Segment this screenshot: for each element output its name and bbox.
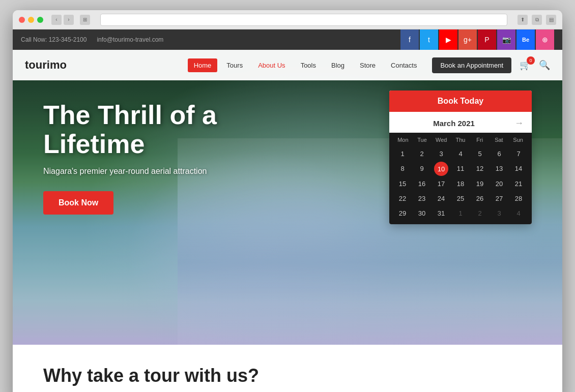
nav-tools[interactable]: Tools	[295, 58, 322, 72]
cal-day-25[interactable]: 25	[451, 192, 470, 205]
cal-day-3[interactable]: 3	[432, 147, 450, 161]
calendar-header: Book Today	[389, 91, 532, 112]
nav-links: Home Tours About Us Tools Blog Store Con…	[188, 57, 550, 73]
cal-day-14[interactable]: 14	[509, 162, 528, 176]
dribbble-icon[interactable]: ⊕	[536, 29, 554, 50]
cal-day-26[interactable]: 26	[471, 192, 489, 205]
nav-tours[interactable]: Tours	[220, 58, 249, 72]
nav-home[interactable]: Home	[188, 58, 218, 72]
nav-contacts[interactable]: Contacts	[385, 58, 423, 72]
navbar: tourimo Home Tours About Us Tools Blog S…	[13, 50, 562, 80]
cal-day-11[interactable]: 11	[451, 162, 470, 176]
cal-day-6[interactable]: 6	[490, 147, 508, 161]
tab-icon: ⊞	[80, 15, 90, 25]
youtube-icon[interactable]: ▶	[439, 29, 457, 50]
browser-window: ‹ › ⊞ ⬆ ⧉ ▤ Call Now: 123-345-2100 info@…	[13, 10, 562, 392]
day-header-sun: Sun	[508, 135, 528, 145]
below-fold-section: Why take a tour with us?	[13, 345, 562, 392]
phone-number: Call Now: 123-345-2100	[21, 36, 87, 43]
contact-info: Call Now: 123-345-2100 info@tourimo-trav…	[21, 36, 163, 43]
new-tab-btn[interactable]: ⧉	[532, 15, 542, 25]
calendar-month-title: March 2021	[397, 119, 510, 128]
nav-blog[interactable]: Blog	[325, 58, 351, 72]
cal-day-10[interactable]: 10	[434, 162, 448, 176]
address-bar[interactable]	[100, 14, 507, 26]
cal-day-8[interactable]: 8	[393, 162, 412, 176]
cal-day-28[interactable]: 28	[509, 192, 528, 205]
calendar-month-row: March 2021 →	[389, 112, 532, 133]
book-appointment-button[interactable]: Book an Appointment	[432, 57, 511, 73]
instagram-icon[interactable]: 📷	[497, 29, 515, 50]
traffic-lights	[19, 17, 43, 23]
day-header-fri: Fri	[470, 135, 490, 145]
cal-day-apr3[interactable]: 3	[490, 206, 508, 220]
close-btn[interactable]	[19, 17, 25, 23]
day-header-mon: Mon	[393, 135, 413, 145]
share-btn[interactable]: ⬆	[518, 15, 528, 25]
calendar-days: 1 2 3 4 5 6 7 8 9 10 11 12 13 14 15	[393, 147, 528, 220]
cal-day-apr1[interactable]: 1	[451, 206, 470, 220]
cal-day-17[interactable]: 17	[432, 177, 450, 191]
cal-day-16[interactable]: 16	[413, 177, 431, 191]
calendar-days-header: Mon Tue Wed Thu Fri Sat Sun	[393, 135, 528, 145]
site-logo: tourimo	[25, 58, 67, 72]
cal-day-31[interactable]: 31	[432, 206, 450, 220]
behance-icon[interactable]: Be	[516, 29, 535, 50]
cal-day-19[interactable]: 19	[471, 177, 489, 191]
social-bar: Call Now: 123-345-2100 info@tourimo-trav…	[13, 29, 562, 50]
pinterest-icon[interactable]: P	[478, 29, 496, 50]
browser-nav-btns: ‹ ›	[51, 15, 74, 25]
cal-day-30[interactable]: 30	[413, 206, 431, 220]
cart-badge: 0	[527, 56, 535, 65]
cart-button[interactable]: 🛒 0	[520, 59, 531, 71]
cal-day-23[interactable]: 23	[413, 192, 431, 205]
day-header-sat: Sat	[490, 135, 509, 145]
hero-section: tourimo Home Tours About Us Tools Blog S…	[13, 50, 562, 345]
nav-store[interactable]: Store	[354, 58, 382, 72]
search-button[interactable]: 🔍	[539, 59, 550, 71]
twitter-icon[interactable]: t	[420, 29, 438, 50]
cal-day-7[interactable]: 7	[509, 147, 528, 161]
day-header-tue: Tue	[413, 135, 432, 145]
back-btn[interactable]: ‹	[51, 15, 62, 25]
cal-day-13[interactable]: 13	[490, 162, 508, 176]
hero-subtitle: Niagara's premier year-round aerial attr…	[43, 167, 257, 176]
sidebar-btn[interactable]: ▤	[546, 15, 556, 25]
cal-day-29[interactable]: 29	[393, 206, 412, 220]
cal-day-apr4[interactable]: 4	[509, 206, 528, 220]
hero-content: The Thrill of a Lifetime Niagara's premi…	[43, 101, 257, 215]
browser-titlebar: ‹ › ⊞ ⬆ ⧉ ▤	[13, 10, 562, 29]
hero-book-button[interactable]: Book Now	[43, 191, 113, 215]
forward-btn[interactable]: ›	[64, 15, 74, 25]
cal-day-18[interactable]: 18	[451, 177, 470, 191]
hero-title: The Thrill of a Lifetime	[43, 101, 257, 159]
cal-day-20[interactable]: 20	[490, 177, 508, 191]
cal-day-1[interactable]: 1	[393, 147, 412, 161]
calendar-next-btn[interactable]: →	[514, 118, 524, 129]
cal-day-5[interactable]: 5	[471, 147, 489, 161]
facebook-icon[interactable]: f	[400, 29, 419, 50]
calendar-widget: Book Today March 2021 → Mon Tue Wed Thu …	[389, 91, 532, 224]
cal-day-21[interactable]: 21	[509, 177, 528, 191]
nav-about[interactable]: About Us	[252, 58, 291, 72]
minimize-btn[interactable]	[28, 17, 34, 23]
day-header-thu: Thu	[451, 135, 470, 145]
cal-day-27[interactable]: 27	[490, 192, 508, 205]
day-header-wed: Wed	[432, 135, 451, 145]
cal-day-24[interactable]: 24	[432, 192, 450, 205]
maximize-btn[interactable]	[37, 17, 43, 23]
cal-day-12[interactable]: 12	[471, 162, 489, 176]
cal-day-2[interactable]: 2	[413, 147, 431, 161]
cal-day-15[interactable]: 15	[393, 177, 412, 191]
cal-day-22[interactable]: 22	[393, 192, 412, 205]
calendar-grid: Mon Tue Wed Thu Fri Sat Sun 1 2 3 4 5 6 …	[389, 133, 532, 224]
cal-day-apr2[interactable]: 2	[471, 206, 489, 220]
cal-day-4[interactable]: 4	[451, 147, 470, 161]
below-fold-title: Why take a tour with us?	[43, 365, 532, 386]
email-address: info@tourimo-travel.com	[97, 36, 163, 43]
googleplus-icon[interactable]: g+	[458, 29, 477, 50]
cal-day-9[interactable]: 9	[413, 162, 431, 176]
social-icons: f t ▶ g+ P 📷 Be ⊕	[400, 29, 554, 50]
